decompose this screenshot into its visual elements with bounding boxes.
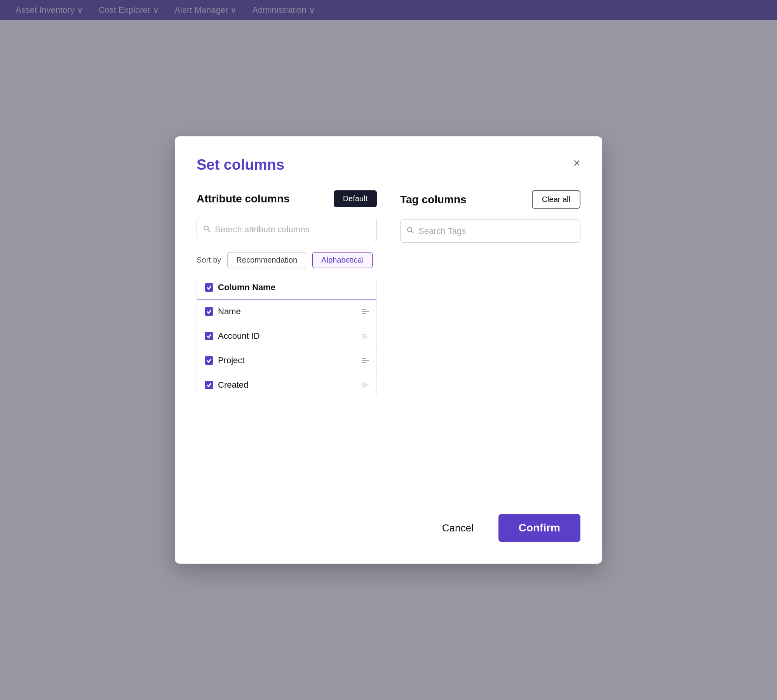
tag-search-input[interactable] xyxy=(400,219,580,243)
cancel-button[interactable]: Cancel xyxy=(430,516,486,540)
clear-all-button[interactable]: Clear all xyxy=(532,190,580,209)
account-id-row-label: Account ID xyxy=(218,331,362,341)
sort-row: Sort by Recommendation Alphabetical xyxy=(197,252,377,268)
created-row-label: Created xyxy=(218,380,362,390)
attribute-column-table: Column Name Name xyxy=(197,276,377,397)
account-id-drag-handle[interactable] xyxy=(362,334,369,338)
tag-columns-panel: Tag columns Clear all xyxy=(400,190,580,483)
columns-container: Attribute columns Default Sort by Recomm… xyxy=(197,190,580,483)
attribute-search-input[interactable] xyxy=(197,218,377,241)
close-button[interactable]: × xyxy=(571,155,582,171)
project-row-label: Project xyxy=(218,355,362,366)
sort-recommendation-button[interactable]: Recommendation xyxy=(227,252,306,268)
attribute-search-box xyxy=(197,218,377,241)
column-name-header-label: Column Name xyxy=(218,282,369,293)
header-checkbox[interactable] xyxy=(205,283,213,292)
project-checkbox[interactable] xyxy=(205,356,213,365)
tag-columns-title: Tag columns xyxy=(400,193,467,206)
table-row: Project xyxy=(197,348,376,373)
name-row-label: Name xyxy=(218,306,362,317)
project-drag-handle[interactable] xyxy=(362,358,369,363)
set-columns-modal: × Set columns Attribute columns Default xyxy=(175,136,602,564)
table-row: Account ID xyxy=(197,324,376,348)
svg-line-3 xyxy=(411,231,414,233)
confirm-button[interactable]: Confirm xyxy=(498,514,580,542)
created-drag-handle[interactable] xyxy=(362,383,369,387)
column-table-header-row: Column Name xyxy=(197,276,376,300)
svg-point-0 xyxy=(204,226,208,230)
tag-search-box xyxy=(400,219,580,243)
table-row: Name xyxy=(197,300,376,324)
table-row: Created xyxy=(197,373,376,397)
modal-overlay: × Set columns Attribute columns Default xyxy=(0,0,777,700)
account-id-checkbox[interactable] xyxy=(205,332,213,340)
attribute-col-header: Attribute columns Default xyxy=(197,190,377,207)
default-button[interactable]: Default xyxy=(334,190,377,207)
created-checkbox[interactable] xyxy=(205,381,213,389)
tag-search-icon xyxy=(406,226,414,236)
modal-title: Set columns xyxy=(197,157,580,173)
attribute-columns-panel: Attribute columns Default Sort by Recomm… xyxy=(197,190,377,483)
attribute-columns-title: Attribute columns xyxy=(197,193,290,205)
name-drag-handle[interactable] xyxy=(362,309,369,314)
sort-by-label: Sort by xyxy=(197,256,221,265)
tag-col-header: Tag columns Clear all xyxy=(400,190,580,209)
svg-line-1 xyxy=(208,230,210,232)
svg-point-2 xyxy=(408,228,412,232)
attribute-search-icon xyxy=(203,225,211,235)
name-checkbox[interactable] xyxy=(205,307,213,316)
sort-alphabetical-button[interactable]: Alphabetical xyxy=(312,252,373,268)
modal-footer: Cancel Confirm xyxy=(197,501,580,542)
